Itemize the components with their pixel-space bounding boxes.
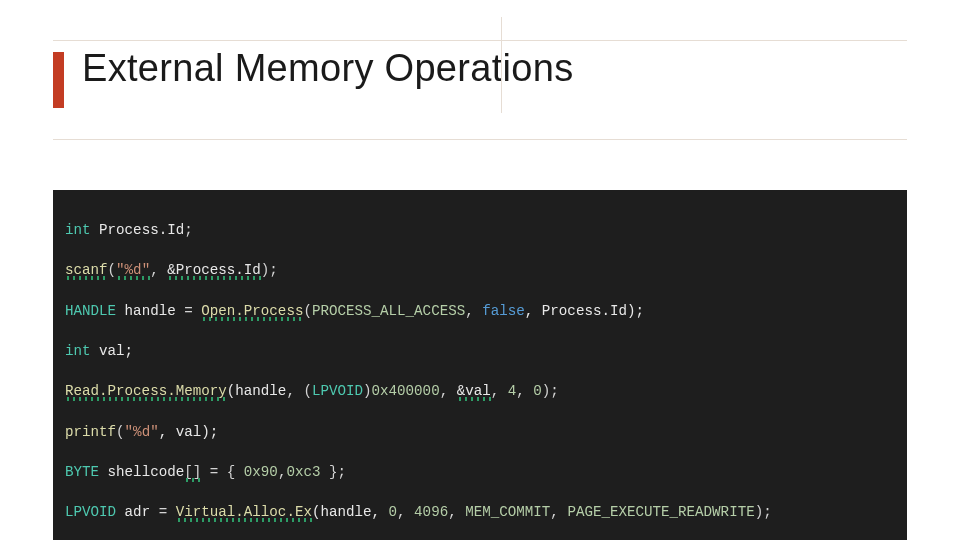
identifier: adr	[116, 504, 159, 520]
punct: );	[261, 262, 278, 278]
punct: ,	[465, 303, 482, 319]
accent-bar	[53, 52, 64, 108]
keyword: LPVOID	[312, 383, 363, 399]
identifier: handle	[116, 303, 184, 319]
punct: ,	[448, 504, 465, 520]
punct: )	[363, 383, 372, 399]
punct: ;	[184, 222, 193, 238]
identifier: &val	[457, 383, 491, 399]
keyword: LPVOID	[65, 504, 116, 520]
punct: ,	[516, 383, 533, 399]
page-title: External Memory Operations	[82, 49, 573, 89]
punct: =	[159, 504, 176, 520]
macro: PROCESS_ALL_ACCESS	[312, 303, 465, 319]
identifier: Process.Id	[91, 222, 185, 238]
string: "%d"	[125, 424, 159, 440]
number: 4096	[414, 504, 448, 520]
code-line-8: LPVOID adr = Virtual.Alloc.Ex(handle, 0,…	[65, 502, 895, 522]
keyword: int	[65, 343, 91, 359]
identifier: (handle	[227, 383, 287, 399]
punct: , (	[286, 383, 312, 399]
punct: );	[542, 383, 559, 399]
number: 0xc3	[286, 464, 320, 480]
code-line-4: int val;	[65, 341, 895, 361]
title-bar: External Memory Operations	[53, 40, 907, 140]
identifier: val;	[91, 343, 134, 359]
punct: ,	[397, 504, 414, 520]
fn-readprocessmemory: Read.Process.Memory	[65, 383, 227, 399]
slide: External Memory Operations int Process.I…	[0, 0, 960, 540]
code-line-5: Read.Process.Memory(handle, (LPVOID)0x40…	[65, 381, 895, 401]
identifier: shellcode	[99, 464, 184, 480]
identifier: (handle,	[312, 504, 389, 520]
punct: ,	[150, 262, 167, 278]
fn-scanf: scanf	[65, 262, 108, 278]
punct: =	[184, 303, 201, 319]
identifier: &Process.Id	[167, 262, 261, 278]
keyword: HANDLE	[65, 303, 116, 319]
macro: PAGE_EXECUTE_READWRITE	[567, 504, 754, 520]
fn-virtualallocex: Virtual.Alloc.Ex	[176, 504, 312, 520]
fn-printf: printf	[65, 424, 116, 440]
punct: ,	[491, 383, 508, 399]
keyword: int	[65, 222, 91, 238]
number: 0	[533, 383, 542, 399]
punct: ,	[440, 383, 457, 399]
punct: };	[320, 464, 346, 480]
code-line-3: HANDLE handle = Open.Process(PROCESS_ALL…	[65, 301, 895, 321]
number: 0x400000	[372, 383, 440, 399]
identifier: , Process.Id);	[525, 303, 644, 319]
punct: (	[108, 262, 117, 278]
identifier: , val);	[159, 424, 219, 440]
keyword: BYTE	[65, 464, 99, 480]
code-line-6: printf("%d", val);	[65, 422, 895, 442]
number: 0x90	[244, 464, 278, 480]
punct: );	[755, 504, 772, 520]
number: 0	[389, 504, 398, 520]
fn-openprocess: Open.Process	[201, 303, 303, 319]
code-line-1: int Process.Id;	[65, 220, 895, 240]
code-line-7: BYTE shellcode[] = { 0x90,0xc3 };	[65, 462, 895, 482]
punct: (	[303, 303, 312, 319]
punct: (	[116, 424, 125, 440]
string: "%d"	[116, 262, 150, 278]
macro: MEM_COMMIT	[465, 504, 550, 520]
keyword: false	[482, 303, 525, 319]
punct: = {	[201, 464, 244, 480]
punct: ,	[550, 504, 567, 520]
brackets: []	[184, 464, 201, 480]
code-block: int Process.Id; scanf("%d", &Process.Id)…	[53, 190, 907, 540]
code-line-2: scanf("%d", &Process.Id);	[65, 260, 895, 280]
